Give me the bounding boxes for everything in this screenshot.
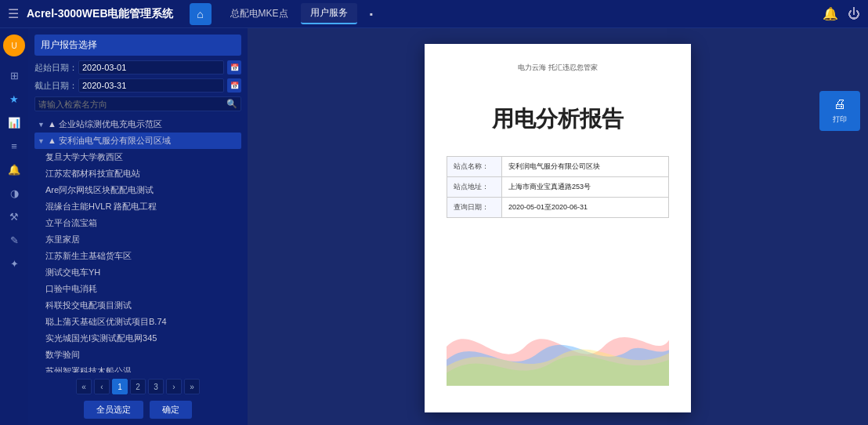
info-value-1: 上海市商业宝真通路253号	[502, 177, 668, 197]
notification-icon[interactable]: 🔔	[823, 6, 838, 21]
print-icon: 🖨	[834, 97, 846, 111]
confirm-button[interactable]: 确定	[150, 401, 192, 419]
avatar-text: U	[11, 42, 16, 50]
nav-item-2[interactable]: 用户服务	[301, 3, 357, 24]
topbar: ☰ Acrel-3000WEB电能管理系统 ⌂ 总配电MKE点 用户服务 ▪ 🔔…	[0, 0, 868, 28]
content-area: 电力云海 托汇违忍忽管家 用电分析报告 站点名称： 安利润电气服分有限公司区块 …	[248, 28, 868, 425]
info-row-2: 查询日期： 2020-05-01至2020-06-31	[447, 198, 668, 217]
info-value-0: 安利润电气服分有限公司区块	[502, 157, 668, 176]
page-3[interactable]: 3	[148, 379, 164, 394]
info-row-0: 站点名称： 安利润电气服分有限公司区块	[447, 157, 668, 177]
page-next[interactable]: ›	[166, 379, 182, 394]
info-label-0: 站点名称：	[447, 157, 502, 176]
org-item-11[interactable]: 科联投交电配项目测试	[34, 297, 241, 314]
page-2[interactable]: 2	[130, 379, 146, 394]
org-item-4[interactable]: Are阿尔网线区块配配电测试	[34, 182, 241, 198]
org-item-5[interactable]: 混缘台主能HVLR 路配电工程	[34, 198, 241, 215]
info-value-2: 2020-05-01至2020-06-31	[502, 198, 668, 217]
home-icon: ⌂	[197, 8, 203, 20]
page-first[interactable]: «	[76, 379, 92, 394]
nav-item-3[interactable]: ▪	[360, 5, 382, 23]
start-date-label: 起始日期：	[34, 62, 75, 74]
org-item-6[interactable]: 立平台流宝箱	[34, 215, 241, 231]
org-item-0[interactable]: ▼▲ 企业站综测优电充电示范区	[34, 116, 241, 133]
search-icon: 🔍	[226, 99, 237, 109]
report-wave-decoration	[447, 234, 669, 394]
org-item-13[interactable]: 实光城国光I实测试配电网345	[34, 330, 241, 347]
print-panel: 🖨 打印	[819, 91, 860, 131]
sidebar-icon-star[interactable]: ★	[3, 89, 25, 108]
org-item-15[interactable]: 苏州智署科技木船公温	[34, 363, 241, 372]
sidebar-icons: U ⊞ ★ 📊 ≡ 🔔 ◑ ⚒ ✎ ✦	[0, 28, 28, 425]
org-list: ▼▲ 企业站综测优电充电示范区▼▲ 安利油电气服分有限公司区域复旦大学大学教西区…	[34, 116, 241, 372]
start-date-row: 起始日期： 📅	[34, 60, 241, 74]
start-date-cal-icon[interactable]: 📅	[227, 60, 241, 74]
org-item-2[interactable]: 复旦大学大学教西区	[34, 149, 241, 165]
menu-icon[interactable]: ☰	[8, 6, 19, 21]
nav-item-1[interactable]: 总配电MKE点	[221, 4, 298, 24]
sidebar-icon-home[interactable]: ⊞	[3, 66, 25, 85]
report-page: 电力云海 托汇违忍忽管家 用电分析报告 站点名称： 安利润电气服分有限公司区块 …	[425, 44, 691, 412]
power-icon[interactable]: ⏻	[848, 7, 860, 21]
sidebar-icon-user[interactable]: ◑	[3, 183, 25, 202]
search-row: 🔍	[34, 96, 241, 111]
end-date-cal-icon[interactable]: 📅	[227, 78, 241, 93]
sidebar-icon-bell[interactable]: 🔔	[3, 160, 25, 179]
org-item-14[interactable]: 数学验间	[34, 347, 241, 363]
select-all-button[interactable]: 全员选定	[84, 401, 143, 419]
pagination: « ‹ 1 2 3 › »	[34, 376, 241, 398]
report-main-title: 用电分析报告	[447, 104, 669, 134]
topbar-right: 🔔 ⏻	[823, 6, 860, 21]
end-date-row: 截止日期： 📅	[34, 78, 241, 93]
org-item-7[interactable]: 东里家居	[34, 231, 241, 248]
report-header-text: 电力云海 托汇违忍忽管家	[447, 63, 669, 73]
main-layout: U ⊞ ★ 📊 ≡ 🔔 ◑ ⚒ ✎ ✦ 用户报告选择 起始日期： 📅 截止日期：…	[0, 28, 868, 425]
org-item-8[interactable]: 江苏新生主基础货车区	[34, 248, 241, 264]
org-item-12[interactable]: 聪上蒲天基础区优测试项目B.74	[34, 314, 241, 330]
end-date-label: 截止日期：	[34, 80, 75, 92]
sidebar-icon-settings[interactable]: ✦	[3, 254, 25, 273]
org-item-3[interactable]: 江苏宏都材科技宣配电站	[34, 165, 241, 182]
info-row-1: 站点地址： 上海市商业宝真通路253号	[447, 177, 668, 198]
page-last[interactable]: »	[184, 379, 200, 394]
top-nav: 总配电MKE点 用户服务 ▪	[221, 3, 823, 24]
bottom-buttons: 全员选定 确定	[34, 398, 241, 419]
avatar: U	[3, 35, 25, 56]
org-item-1[interactable]: ▼▲ 安利油电气服分有限公司区域	[34, 133, 241, 149]
page-1[interactable]: 1	[112, 379, 128, 394]
panel-title: 用户报告选择	[34, 35, 241, 56]
info-label-1: 站点地址：	[447, 177, 502, 197]
end-date-input[interactable]	[78, 78, 224, 93]
start-date-input[interactable]	[78, 60, 224, 74]
print-button[interactable]: 🖨 打印	[819, 91, 860, 131]
sidebar-icon-edit[interactable]: ✎	[3, 231, 25, 249]
org-item-10[interactable]: 口验中电消耗	[34, 281, 241, 297]
page-prev[interactable]: ‹	[94, 379, 110, 394]
home-button[interactable]: ⌂	[190, 3, 212, 25]
app-title: Acrel-3000WEB电能管理系统	[27, 7, 174, 21]
report-info-table: 站点名称： 安利润电气服分有限公司区块 站点地址： 上海市商业宝真通路253号 …	[447, 156, 669, 218]
search-input[interactable]	[38, 100, 226, 109]
print-label: 打印	[833, 114, 847, 125]
left-panel: 用户报告选择 起始日期： 📅 截止日期： 📅 🔍 ▼▲ 企业站综测优电充电示范区…	[28, 28, 248, 425]
sidebar-icon-list[interactable]: ≡	[3, 136, 25, 155]
sidebar-icon-chart[interactable]: 📊	[3, 113, 25, 132]
sidebar-icon-tool[interactable]: ⚒	[3, 207, 25, 226]
org-item-9[interactable]: 测试交电车YH	[34, 264, 241, 281]
info-label-2: 查询日期：	[447, 198, 502, 217]
